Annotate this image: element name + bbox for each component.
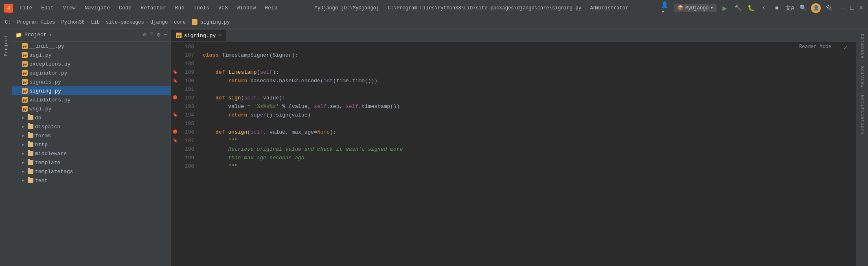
syntax-paren: ) [330,128,333,136]
breadcrumb-c[interactable]: C: [5,20,11,25]
syntax-classname: TimestampSigner [222,51,270,59]
menu-code[interactable]: Code [115,3,136,13]
list-item-folder[interactable]: ▶ http [12,140,171,149]
list-item-folder[interactable]: ▶ test [12,176,171,185]
menu-run[interactable]: Run [171,3,189,13]
syntax-self: self [244,94,256,102]
folder-name: http [35,142,48,148]
project-title-label: Project [24,32,47,38]
menu-tools[interactable]: Tools [189,3,213,13]
list-item[interactable]: py asgi.py [12,51,171,59]
syntax-paren: ) [292,51,295,59]
run-button[interactable]: ▶ [720,3,730,13]
minimize-button[interactable]: — [840,5,846,11]
title-bar: J File Edit View Navigate Code Refactor … [0,0,868,16]
menu-vcs[interactable]: VCS [214,3,232,13]
py-file-icon: py [22,97,28,103]
line-number-row: 188 [171,42,199,51]
search-button[interactable]: 🔍 [798,3,808,13]
chevron-right-icon: ▶ [22,115,26,120]
build-button[interactable]: 🔨 [733,3,743,13]
menu-view[interactable]: View [59,3,79,13]
project-dropdown[interactable]: 📦 MyDjango ▾ [674,4,717,12]
code-line: than max_age seconds ago. [203,154,856,162]
list-item-folder[interactable]: ▶ middleware [12,149,171,158]
line-number-row: 195 [171,119,199,128]
tree-collapse-icon[interactable]: ≡ [150,31,153,39]
breadcrumb-django[interactable]: django [150,20,168,25]
syntax-string: '%s%s%s' [254,102,279,111]
folder-icon [28,151,33,156]
debug-button[interactable]: 🐛 [746,3,756,13]
maximize-button[interactable]: □ [849,5,855,11]
tree-settings-icon[interactable]: ⚙ [157,31,160,39]
line-num: 189 [179,68,197,77]
bookmark-icon: 🔖 [171,111,179,119]
py-file-icon: py [22,70,28,76]
list-item-folder[interactable]: ▶ dispatch [12,122,171,131]
breadcrumb-core[interactable]: core [174,20,186,25]
list-item-folder[interactable]: ▶ templatetags [12,167,171,176]
tab-signing-py[interactable]: py signing.py × [171,30,226,41]
sciview-panel-label[interactable]: SciView [860,63,865,91]
tree-locate-icon[interactable]: ⊕ [143,31,147,39]
sep5: › [146,20,149,25]
folder-icon [28,124,33,129]
code-line: return super().sign(value) [203,111,856,119]
breadcrumb-signing[interactable]: signing.py [200,20,230,25]
menu-help[interactable]: Help [261,3,281,13]
list-item[interactable]: py __init__.py [12,42,171,51]
project-panel-label[interactable]: Project [4,31,9,60]
stop-button[interactable]: ■ [772,3,782,13]
syntax-code: value = [228,102,253,111]
dropdown-arrow[interactable]: ▾ [49,32,52,37]
breadcrumb-program-files[interactable]: Program Files [17,20,55,25]
list-item[interactable]: py paginator.py [12,68,171,77]
breadcrumb-site-packages[interactable]: site-packages [106,20,144,25]
folder-icon [28,178,33,183]
syntax-paren: ( [257,68,260,77]
line-num: 195 [179,119,197,128]
list-item-selected[interactable]: py signing.py [12,86,171,95]
tree-close-icon[interactable]: — [164,31,167,39]
menu-edit[interactable]: Edit [37,3,58,13]
notifications-panel-label[interactable]: Notifications [860,92,865,138]
project-icon: 📦 [677,5,684,11]
line-number-row: 188 [171,59,199,68]
breadcrumb-python38[interactable]: Python38 [61,20,85,25]
profile-button[interactable]: ⚡ [759,3,769,13]
line-num: 188 [179,42,197,51]
list-item[interactable]: py wsgi.py [12,104,171,113]
menu-window[interactable]: Window [233,3,260,13]
tab-close-button[interactable]: × [218,33,221,38]
menu-file[interactable]: File [15,3,36,13]
syntax-indent [203,77,228,85]
sep1: › [12,20,15,25]
title-bar-left: J File Edit View Navigate Code Refactor … [4,3,282,13]
right-panel: Database SciView Notifications [856,29,868,266]
translate-button[interactable]: 文A [785,3,795,13]
code-line: def timestamp(self): [203,68,856,77]
user-avatar[interactable]: 👤 [811,3,821,13]
breadcrumb-lib[interactable]: Lib [91,20,100,25]
py-file-icon: py [22,106,28,112]
user-icon[interactable]: 👤▾ [661,3,671,13]
list-item-folder[interactable]: ▶ db [12,113,171,122]
list-item-folder[interactable]: ▶ template [12,158,171,167]
gutter-breakpoint [171,128,179,136]
database-panel-label[interactable]: Database [860,31,865,62]
list-item[interactable]: py exceptions.py [12,59,171,68]
syntax-colon: : [333,128,336,136]
title-bar-right: 👤▾ 📦 MyDjango ▾ ▶ 🔨 🐛 ⚡ ■ 文A 🔍 👤 🔌 — □ × [661,3,864,13]
menu-navigate[interactable]: Navigate [81,3,114,13]
syntax-docstring: """ [228,136,237,145]
close-button[interactable]: × [858,5,864,11]
file-name: asgi.py [29,52,52,58]
folder-name: template [35,160,60,166]
list-item-folder[interactable]: ▶ forms [12,131,171,140]
list-item[interactable]: py signals.py [12,77,171,86]
plugin-button[interactable]: 🔌 [824,3,834,13]
menu-refactor[interactable]: Refactor [136,3,170,13]
syntax-colon: : [295,51,298,59]
list-item[interactable]: py validators.py [12,95,171,104]
